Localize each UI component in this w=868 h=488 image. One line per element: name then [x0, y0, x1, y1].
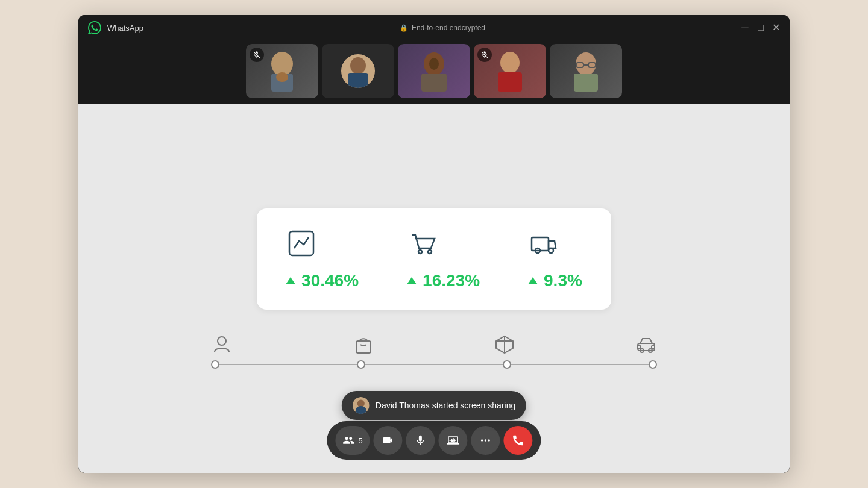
toast-avatar — [353, 397, 370, 414]
svg-rect-6 — [421, 74, 447, 92]
truck-icon — [528, 228, 559, 261]
svg-point-18 — [418, 250, 422, 254]
stat-item-delivery: 9.3% — [528, 228, 582, 290]
participant-thumb-2[interactable] — [322, 44, 394, 98]
timeline-section — [211, 334, 657, 369]
timeline-dot-1 — [211, 360, 219, 369]
screen-share-button[interactable] — [439, 426, 468, 455]
timeline-segment-3 — [511, 364, 649, 365]
participant-thumb-3[interactable] — [398, 44, 470, 98]
toast-message: David Thomas started screen sharing — [376, 401, 515, 410]
timeline-segment-1 — [219, 364, 357, 365]
mic-toggle-button[interactable] — [406, 426, 435, 455]
participant-thumb-5[interactable] — [550, 44, 622, 98]
arrow-up-icon — [286, 277, 295, 284]
svg-point-36 — [481, 439, 483, 441]
svg-point-7 — [429, 58, 439, 70]
video-toggle-button[interactable] — [374, 426, 403, 455]
whatsapp-logo — [88, 21, 101, 34]
timeline-segment-2 — [365, 364, 503, 365]
timeline-package-icon — [494, 334, 515, 355]
timeline-dot-2 — [357, 360, 365, 369]
window-controls: ─ □ ✕ — [741, 24, 780, 31]
participant-thumb-4[interactable] — [474, 44, 546, 98]
arrow-up-icon-3 — [528, 277, 538, 284]
lock-icon: 🔒 — [400, 24, 408, 32]
app-title: WhatsApp — [107, 23, 143, 33]
svg-rect-24 — [356, 341, 371, 353]
stats-card: 30.46% 16.23% — [257, 208, 611, 310]
stat-value-delivery: 9.3% — [528, 271, 582, 290]
close-button[interactable]: ✕ — [773, 24, 780, 31]
svg-point-38 — [488, 439, 490, 441]
mute-badge-4 — [477, 48, 492, 62]
shared-screen-area: 30.46% 16.23% — [78, 104, 790, 473]
more-options-button[interactable] — [471, 426, 500, 455]
svg-rect-13 — [574, 74, 598, 92]
svg-point-3 — [350, 57, 366, 74]
svg-point-10 — [502, 58, 507, 64]
participants-button[interactable]: 5 — [335, 426, 370, 455]
participants-strip — [78, 40, 790, 104]
timeline-dot-3 — [503, 360, 511, 369]
timeline-dot-4 — [649, 360, 657, 369]
svg-point-2 — [276, 72, 288, 82]
chart-icon — [286, 228, 317, 261]
svg-point-22 — [549, 248, 553, 253]
call-controls-bar: 5 — [327, 421, 541, 460]
participant-thumb-1[interactable] — [246, 44, 318, 98]
svg-rect-31 — [638, 346, 641, 349]
svg-point-19 — [428, 250, 432, 254]
svg-rect-4 — [348, 73, 368, 88]
app-window: WhatsApp 🔒 End-to-end endcrypted ─ □ ✕ — [78, 15, 790, 473]
participants-count: 5 — [358, 436, 362, 445]
screen-share-toast: David Thomas started screen sharing — [342, 391, 526, 420]
svg-point-37 — [485, 439, 486, 441]
timeline-car-icon — [635, 334, 657, 355]
timeline-person-icon — [211, 334, 233, 355]
svg-rect-32 — [652, 346, 655, 349]
titlebar-left: WhatsApp — [88, 21, 143, 34]
timeline-line — [211, 360, 657, 369]
minimize-button[interactable]: ─ — [741, 24, 749, 31]
cart-icon — [407, 228, 438, 261]
svg-rect-9 — [498, 72, 522, 92]
stat-value-revenue: 30.46% — [286, 271, 359, 290]
encryption-label: End-to-end endcrypted — [412, 23, 485, 32]
svg-point-11 — [513, 58, 518, 64]
maximize-button[interactable]: □ — [757, 24, 764, 31]
mute-badge-1 — [250, 48, 264, 62]
svg-point-12 — [576, 52, 596, 75]
timeline-bag-icon — [353, 334, 374, 355]
svg-point-23 — [218, 337, 226, 345]
end-call-button[interactable] — [504, 426, 533, 455]
stat-item-revenue: 30.46% — [286, 228, 359, 290]
encryption-badge: 🔒 End-to-end endcrypted — [400, 23, 485, 32]
arrow-up-icon-2 — [407, 277, 417, 284]
stat-value-orders: 16.23% — [407, 271, 480, 290]
titlebar: WhatsApp 🔒 End-to-end endcrypted ─ □ ✕ — [78, 15, 790, 40]
stat-item-orders: 16.23% — [407, 228, 480, 290]
timeline-icons — [211, 334, 657, 355]
